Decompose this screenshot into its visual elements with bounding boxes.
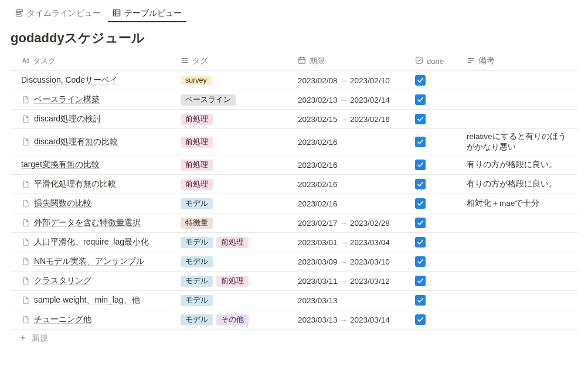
col-header-tag[interactable]: タグ xyxy=(181,56,298,66)
tag-badge: モデル xyxy=(181,276,213,287)
checkbox-checked[interactable] xyxy=(415,114,426,124)
cell-task[interactable]: NNモデル実装、アンサンブル xyxy=(11,256,181,267)
cell-done[interactable] xyxy=(415,295,467,306)
cell-task[interactable]: チューニング他 xyxy=(11,314,181,325)
cell-date[interactable]: 2023/02/16 xyxy=(298,199,415,208)
task-title[interactable]: target変換有無の比較 xyxy=(21,160,100,170)
tag-badge: モデル xyxy=(181,198,213,209)
svg-rect-2 xyxy=(16,15,22,16)
cell-tags[interactable]: 特徴量 xyxy=(181,218,298,229)
task-title[interactable]: チューニング他 xyxy=(34,314,91,325)
cell-task[interactable]: 損失関数の比較 xyxy=(11,198,181,209)
cell-note[interactable]: 有りの方が格段に良い。 xyxy=(467,179,577,189)
cell-done[interactable] xyxy=(415,198,467,209)
col-header-note[interactable]: 備考 xyxy=(467,56,577,66)
new-row-label: 新規 xyxy=(32,333,48,344)
col-header-date[interactable]: 期限 xyxy=(298,56,415,66)
cell-date[interactable]: 2023/02/16 xyxy=(298,160,415,169)
checkbox-checked[interactable] xyxy=(415,75,426,86)
cell-task[interactable]: discard処理の検討 xyxy=(11,114,181,124)
cell-tags[interactable]: 前処理 xyxy=(181,179,298,190)
cell-date[interactable]: 2023/03/01→2023/03/04 xyxy=(298,238,415,247)
cell-date[interactable]: 2023/02/13→2023/02/14 xyxy=(298,95,415,104)
col-header-done[interactable]: done xyxy=(415,56,467,66)
date-range: 2023/02/08→2023/02/10 xyxy=(298,76,390,85)
cell-date[interactable]: 2023/03/13→2023/03/14 xyxy=(298,315,415,324)
cell-done[interactable] xyxy=(415,237,467,247)
checkbox-checked[interactable] xyxy=(415,218,426,228)
task-title[interactable]: Discussion, Codeサーベイ xyxy=(21,75,118,86)
cell-task[interactable]: sample weight、min_lag、他 xyxy=(11,295,181,306)
cell-tags[interactable]: 前処理 xyxy=(181,114,298,125)
cell-task[interactable]: 平滑化処理有無の比較 xyxy=(11,179,181,189)
cell-date[interactable]: 2023/02/17→2023/02/28 xyxy=(298,218,415,228)
col-header-task[interactable]: タスク xyxy=(11,56,181,66)
arrow-icon: → xyxy=(340,257,348,266)
cell-date[interactable]: 2023/03/09→2023/03/10 xyxy=(298,257,415,266)
cell-done[interactable] xyxy=(415,314,467,325)
cell-tags[interactable]: survey xyxy=(181,76,298,85)
checkbox-checked[interactable] xyxy=(415,94,426,105)
cell-date[interactable]: 2023/02/16 xyxy=(298,179,415,189)
cell-tags[interactable]: モデル前処理 xyxy=(181,237,298,248)
table-icon xyxy=(113,9,121,19)
cell-task[interactable]: クラスタリング xyxy=(11,276,181,286)
checkbox-checked[interactable] xyxy=(415,314,426,325)
tab-timeline[interactable]: タイムラインビュー xyxy=(11,6,106,22)
task-title[interactable]: NNモデル実装、アンサンブル xyxy=(34,256,144,267)
cell-task[interactable]: discard処理有無の比較 xyxy=(11,137,181,147)
cell-tags[interactable]: ベースライン xyxy=(181,94,298,106)
checkbox-checked[interactable] xyxy=(415,276,426,286)
cell-done[interactable] xyxy=(415,179,467,189)
task-title[interactable]: 人口平滑化、require_lag最小化 xyxy=(34,237,149,247)
task-title[interactable]: 損失関数の比較 xyxy=(34,198,91,209)
cell-done[interactable] xyxy=(415,94,467,105)
cell-tags[interactable]: モデル前処理 xyxy=(181,276,298,287)
checkbox-checked[interactable] xyxy=(415,137,426,147)
cell-date[interactable]: 2023/03/13 xyxy=(298,296,415,305)
task-title[interactable]: ベースライン構築 xyxy=(34,94,100,105)
table-row: NNモデル実装、アンサンブルモデル2023/03/09→2023/03/10 xyxy=(11,252,577,272)
cell-note[interactable]: 有りの方が格段に良い。 xyxy=(467,160,577,170)
cell-done[interactable] xyxy=(415,137,467,147)
tab-table[interactable]: テーブルビュー xyxy=(108,6,186,22)
checkbox-checked[interactable] xyxy=(415,198,426,209)
tab-timeline-label: タイムラインビュー xyxy=(27,8,101,19)
cell-task[interactable]: Discussion, Codeサーベイ xyxy=(11,75,181,86)
task-title[interactable]: クラスタリング xyxy=(34,276,91,286)
cell-date[interactable]: 2023/02/15→2023/02/16 xyxy=(298,114,415,124)
cell-tags[interactable]: 前処理 xyxy=(181,160,298,171)
task-title[interactable]: discard処理の検討 xyxy=(34,114,101,124)
cell-done[interactable] xyxy=(415,75,467,86)
cell-done[interactable] xyxy=(415,276,467,286)
cell-tags[interactable]: モデルその他 xyxy=(181,314,298,325)
cell-date[interactable]: 2023/03/11→2023/03/12 xyxy=(298,276,415,286)
cell-date[interactable]: 2023/02/08→2023/02/10 xyxy=(298,76,415,85)
cell-date[interactable]: 2023/02/16 xyxy=(298,137,415,147)
new-row-button[interactable]: 新規 xyxy=(11,330,577,347)
cell-task[interactable]: ベースライン構築 xyxy=(11,94,181,105)
task-title[interactable]: sample weight、min_lag、他 xyxy=(34,295,140,306)
cell-tags[interactable]: モデル xyxy=(181,295,298,306)
task-title[interactable]: 平滑化処理有無の比較 xyxy=(34,179,116,189)
cell-done[interactable] xyxy=(415,256,467,267)
checkbox-checked[interactable] xyxy=(415,256,426,267)
cell-tags[interactable]: 前処理 xyxy=(181,137,298,148)
cell-done[interactable] xyxy=(415,114,467,124)
cell-note[interactable]: relativeにすると有りのほうがかなり悪い xyxy=(467,131,577,152)
cell-tags[interactable]: モデル xyxy=(181,198,298,209)
cell-note[interactable]: 相対化＋maeで十分 xyxy=(467,198,577,209)
checkbox-checked[interactable] xyxy=(415,160,426,170)
page-title[interactable]: godaddyスケジュール xyxy=(11,29,577,47)
cell-task[interactable]: 人口平滑化、require_lag最小化 xyxy=(11,237,181,247)
task-title[interactable]: 外部データを含む特徴量選択 xyxy=(34,218,141,228)
cell-done[interactable] xyxy=(415,218,467,228)
cell-task[interactable]: 外部データを含む特徴量選択 xyxy=(11,218,181,228)
cell-done[interactable] xyxy=(415,160,467,170)
checkbox-checked[interactable] xyxy=(415,237,426,247)
task-title[interactable]: discard処理有無の比較 xyxy=(34,137,118,147)
checkbox-checked[interactable] xyxy=(415,295,426,306)
cell-tags[interactable]: モデル xyxy=(181,256,298,267)
checkbox-checked[interactable] xyxy=(415,179,426,189)
cell-task[interactable]: target変換有無の比較 xyxy=(11,160,181,170)
